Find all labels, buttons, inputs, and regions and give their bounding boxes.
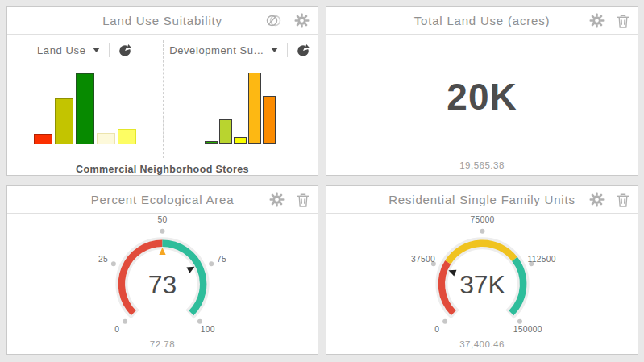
tick-dot (442, 319, 447, 324)
chart-area-left (7, 64, 163, 144)
selector-label: Development Su... (169, 44, 264, 56)
tick-label: 0 (114, 325, 119, 334)
divider (109, 43, 110, 57)
panel-land-use-suitability: Land Use Suitability (6, 6, 318, 176)
tick-dot (517, 319, 521, 324)
gear-icon[interactable] (269, 192, 285, 207)
gauge-area: 025507510073 (7, 214, 318, 355)
needle (186, 267, 194, 273)
tick-dot (123, 319, 127, 324)
tick-label: 25 (98, 255, 108, 264)
indicator-area: 20K (326, 35, 638, 176)
panel-title: Land Use Suitability (102, 14, 222, 27)
header-icons (589, 7, 629, 34)
bar[interactable] (205, 141, 218, 144)
panel-residential-single-family-units: Residential Single Family Units (326, 185, 638, 355)
panel-header: Total Land Use (acres) (326, 7, 638, 35)
header-icons (269, 186, 310, 213)
tick-dot (160, 229, 165, 234)
bar[interactable] (263, 96, 276, 144)
bar[interactable] (248, 73, 261, 144)
tick-dot (111, 261, 116, 266)
bar-chart-development-suitability[interactable] (191, 73, 289, 144)
visibility-off-icon[interactable] (265, 14, 282, 27)
panel-body: 20K 19,565.38 (326, 35, 638, 176)
gauge-residential-units: 0375007500011250015000037K (397, 216, 568, 337)
bar[interactable] (219, 119, 232, 144)
chart-area-right (163, 64, 318, 144)
bar-chart-land-use[interactable] (34, 73, 136, 144)
panel-title: Percent Ecological Area (91, 193, 235, 206)
gauge-area: 0375007500011250015000037K (326, 214, 638, 355)
tick-label: 0 (434, 325, 439, 334)
chevron-down-icon (93, 48, 100, 52)
gauge-value-text: 37K (459, 270, 505, 299)
tick-label: 50 (157, 216, 167, 224)
needle (448, 270, 456, 277)
chevron-down-icon (271, 48, 278, 52)
divider (287, 43, 288, 57)
panel-header: Percent Ecological Area (7, 186, 318, 214)
panel-percent-ecological-area: Percent Ecological Area (6, 185, 318, 355)
bar[interactable] (97, 133, 115, 144)
tick-label: 100 (201, 325, 215, 334)
gear-icon[interactable] (589, 192, 605, 207)
panel-body: 0375007500011250015000037K 37,400.46 (326, 214, 638, 355)
panel-header: Residential Single Family Units (326, 186, 638, 214)
gear-icon[interactable] (294, 13, 310, 28)
tick-label: 112500 (527, 255, 555, 264)
trash-icon[interactable] (617, 193, 629, 207)
bar[interactable] (34, 134, 52, 144)
tick-label: 150000 (513, 325, 542, 334)
pie-chart-icon[interactable] (297, 44, 310, 57)
tick-label: 75 (217, 255, 226, 264)
gauge-value-text: 73 (148, 270, 177, 299)
panel-header: Land Use Suitability (7, 7, 318, 35)
tick-dot (209, 261, 214, 266)
selector-land-use[interactable]: Land Use (7, 38, 163, 62)
gauge-detail-value: 72.78 (7, 339, 318, 349)
panel-body: Land Use Development Su... (7, 38, 318, 176)
dashed-divider (163, 40, 164, 158)
tick-dot (197, 319, 202, 324)
gear-icon[interactable] (589, 13, 605, 28)
header-icons (589, 186, 629, 213)
trash-icon[interactable] (297, 193, 310, 207)
bar[interactable] (76, 73, 94, 144)
selector-development-suitability[interactable]: Development Su... (163, 38, 318, 62)
panel-title: Residential Single Family Units (388, 193, 575, 206)
pie-chart-icon[interactable] (118, 44, 132, 57)
gauge-percent-ecological: 025507510073 (77, 216, 248, 337)
selector-label: Land Use (37, 44, 85, 56)
category-label: Commercial Neighborhood Stores (7, 164, 318, 175)
bar[interactable] (234, 137, 247, 144)
bar[interactable] (55, 98, 73, 144)
tick-label: 37500 (410, 255, 434, 264)
dashboard: Land Use Suitability (0, 0, 644, 362)
tick-label: 75000 (470, 216, 494, 224)
indicator-detail-value: 19,565.38 (326, 160, 638, 170)
header-icons (265, 7, 310, 34)
gauge-detail-value: 37,400.46 (326, 339, 638, 349)
trash-icon[interactable] (617, 14, 629, 28)
bar[interactable] (118, 129, 136, 144)
tick-dot (480, 229, 484, 234)
indicator-value: 20K (447, 75, 517, 119)
panel-body: 025507510073 72.78 (7, 214, 318, 355)
panel-total-land-use: Total Land Use (acres) (326, 6, 638, 176)
panel-title: Total Land Use (acres) (414, 14, 551, 27)
